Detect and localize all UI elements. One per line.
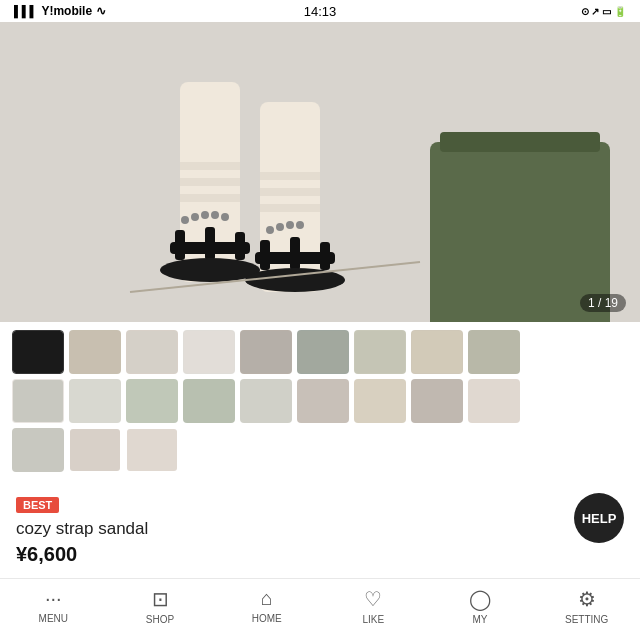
svg-rect-15 [235,232,245,260]
svg-rect-13 [175,230,185,260]
nav-label-my: MY [473,614,488,625]
svg-rect-18 [260,240,270,270]
thumbnail-15[interactable] [297,379,349,423]
svg-point-27 [266,226,274,234]
svg-rect-11 [260,204,320,212]
svg-rect-14 [205,227,215,260]
help-button[interactable]: HELP [574,493,624,543]
thumbnail-8[interactable] [411,330,463,374]
nav-label-setting: SETTING [565,614,608,625]
menu-icon: ··· [45,587,62,610]
image-counter: 1 / 19 [580,294,626,312]
svg-point-23 [191,213,199,221]
nav-label-like: LIKE [363,614,385,625]
svg-point-29 [286,221,294,229]
svg-rect-8 [180,194,240,202]
status-bar: ▌▌▌ Y!mobile ∿ 14:13 ⊙ ↗ ▭ 🔋 [0,0,640,22]
status-time: 14:13 [304,4,337,19]
product-info-wrapper: BEST cozy strap sandal ¥6,600 HELP [0,485,640,574]
like-icon: ♡ [364,587,382,611]
carrier-label: Y!mobile [41,4,92,18]
thumbnail-7[interactable] [354,330,406,374]
thumbnail-13[interactable] [183,379,235,423]
product-image-svg [0,22,640,322]
nav-item-shop[interactable]: ⊡ SHOP [107,587,214,625]
my-icon: ◯ [469,587,491,611]
status-left: ▌▌▌ Y!mobile ∿ [14,4,106,18]
thumbnail-9[interactable] [468,330,520,374]
setting-icon: ⚙ [578,587,596,611]
thumbnail-2[interactable] [69,330,121,374]
svg-rect-7 [180,178,240,186]
thumbnail-4[interactable] [183,330,235,374]
svg-point-24 [201,211,209,219]
svg-point-28 [276,223,284,231]
svg-rect-10 [260,188,320,196]
svg-point-25 [211,211,219,219]
signal-icon: ▌▌▌ [14,5,37,17]
svg-rect-19 [290,237,300,270]
status-right: ⊙ ↗ ▭ 🔋 [581,6,626,17]
nav-label-menu: MENU [39,613,68,624]
shop-icon: ⊡ [152,587,169,611]
svg-point-22 [181,216,189,224]
thumbnail-5[interactable] [240,330,292,374]
nav-item-like[interactable]: ♡ LIKE [320,587,427,625]
nav-label-home: HOME [252,613,282,624]
thumbnails-section [0,322,640,485]
thumbnail-3[interactable] [126,330,178,374]
wifi-icon: ∿ [96,4,106,18]
product-price: ¥6,600 [16,543,624,566]
svg-rect-9 [260,172,320,180]
thumbnail-10[interactable] [12,379,64,423]
product-main-image: 1 / 19 [0,22,640,322]
nav-item-menu[interactable]: ··· MENU [0,587,107,624]
svg-rect-20 [320,242,330,270]
thumbnail-1[interactable] [12,330,64,374]
product-info: BEST cozy strap sandal ¥6,600 [0,485,640,574]
thumbnail-11[interactable] [69,379,121,423]
home-icon: ⌂ [261,587,273,610]
thumbnails-row-2 [12,379,628,423]
thumbnail-extra-2[interactable] [126,428,178,472]
thumbnail-18[interactable] [468,379,520,423]
best-badge: BEST [16,497,59,513]
thumbnail-12[interactable] [126,379,178,423]
nav-label-shop: SHOP [146,614,174,625]
thumbnail-17[interactable] [411,379,463,423]
thumbnails-row-3 [12,428,628,472]
nav-item-my[interactable]: ◯ MY [427,587,534,625]
svg-point-30 [296,221,304,229]
nav-item-setting[interactable]: ⚙ SETTING [533,587,640,625]
nav-item-home[interactable]: ⌂ HOME [213,587,320,624]
svg-rect-3 [440,132,600,152]
svg-point-26 [221,213,229,221]
product-name: cozy strap sandal [16,519,624,539]
battery-icons: ⊙ ↗ ▭ 🔋 [581,6,626,17]
thumbnail-6[interactable] [297,330,349,374]
thumbnail-extra-1[interactable] [69,428,121,472]
svg-point-16 [160,258,260,282]
thumbnail-19[interactable] [12,428,64,472]
thumbnail-16[interactable] [354,379,406,423]
thumbnail-14[interactable] [240,379,292,423]
svg-rect-6 [180,162,240,170]
bottom-nav: ··· MENU ⊡ SHOP ⌂ HOME ♡ LIKE ◯ MY ⚙ SET… [0,578,640,640]
thumbnails-row-1 [12,330,628,374]
